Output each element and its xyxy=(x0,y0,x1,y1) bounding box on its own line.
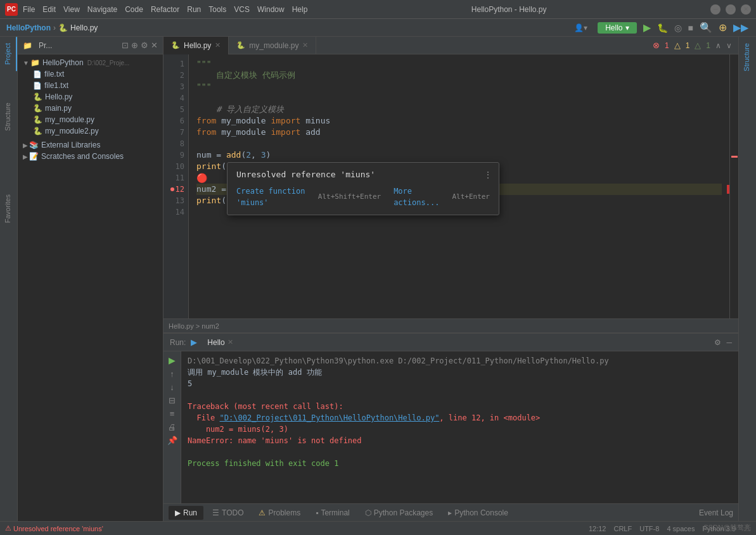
scrollbar-track[interactable] xyxy=(736,54,738,318)
run-tab-hello[interactable]: Hello ✕ xyxy=(202,336,238,349)
run-play-icon[interactable]: ▶ xyxy=(169,355,176,365)
tree-item-extlibs[interactable]: ▶ 📚 External Libraries xyxy=(18,139,163,151)
editor-tab-hellopy[interactable]: 🐍 Hello.py ✕ xyxy=(163,37,229,54)
bottom-tab-bar: ▶ Run ☰ TODO ⚠ Problems ▪ Terminal ⬡ Pyt… xyxy=(163,503,738,521)
create-function-btn[interactable]: Create function 'miuns' xyxy=(236,186,305,208)
breadcrumb-project[interactable]: HelloPython xyxy=(6,23,51,32)
status-encoding[interactable]: UTF-8 xyxy=(639,525,659,532)
tree-item-mainpy[interactable]: 🐍 main.py xyxy=(18,103,163,114)
hide-icon[interactable]: ✕ xyxy=(151,41,158,50)
tree-item-mymodule[interactable]: 🐍 my_module.py xyxy=(18,114,163,125)
menu-run[interactable]: Run xyxy=(187,5,201,14)
expand-icon[interactable]: ∧ xyxy=(715,41,721,50)
editor-tab-mymodule[interactable]: 🐍 my_module.py ✕ xyxy=(229,37,316,54)
coverage-icon[interactable]: ◎ xyxy=(673,22,683,34)
warn-count: 1 xyxy=(686,41,690,50)
file-icon-txt2: 📄 xyxy=(33,82,42,90)
run-left-tools: ▶ ↑ ↓ ⊟ ≡ 🖨 📌 xyxy=(163,351,181,503)
status-indent[interactable]: 4 spaces xyxy=(667,525,695,532)
collapse-icon[interactable]: ∨ xyxy=(726,41,732,50)
right-tab-structure[interactable]: Structure xyxy=(739,37,756,78)
next-icon[interactable]: ▶▶ xyxy=(732,20,750,35)
run-dropdown-icon[interactable]: ▾ xyxy=(625,23,629,32)
run-print-icon[interactable]: 🖨 xyxy=(168,422,176,432)
collapse-all-icon[interactable]: ⊡ xyxy=(122,41,129,50)
run-hide-icon[interactable]: ─ xyxy=(726,338,732,347)
console-icon: ▸ xyxy=(448,508,452,517)
run-output: D:\001_Develop\022_Python\Python39\pytho… xyxy=(181,351,738,503)
more-actions-btn[interactable]: More actions... xyxy=(394,186,439,208)
status-error[interactable]: ⚠ Unresolved reference 'miuns' xyxy=(5,524,103,532)
menu-code[interactable]: Code xyxy=(125,5,143,14)
run-icon[interactable]: ▶ xyxy=(642,20,652,35)
run-up-icon[interactable]: ↑ xyxy=(170,369,174,379)
tree-item-hellopy[interactable]: 🐍 Hello.py xyxy=(18,91,163,103)
run-button[interactable]: Hello ▾ xyxy=(598,22,636,34)
bottom-tab-packages[interactable]: ⬡ Python Packages xyxy=(359,506,439,520)
run-pin-icon[interactable]: 📌 xyxy=(167,436,177,445)
menu-tools[interactable]: Tools xyxy=(208,5,226,14)
bottom-tab-packages-label: Python Packages xyxy=(374,508,433,517)
code-content[interactable]: """ 自定义模块 代码示例 """ # 导入自定义模块 from my_mod… xyxy=(189,54,729,318)
tree-item-scratches[interactable]: ▶ 📝 Scratches and Consoles xyxy=(18,151,163,162)
run-settings-icon[interactable]: ⚙ xyxy=(714,338,721,347)
status-line-ending[interactable]: CRLF xyxy=(613,525,632,532)
menu-file[interactable]: File xyxy=(23,5,35,14)
project-header-actions[interactable]: ⊡ ⊕ ⚙ ✕ xyxy=(122,41,158,50)
menu-view[interactable]: View xyxy=(63,5,80,14)
stop-icon[interactable]: ■ xyxy=(687,22,695,34)
error-count: 1 xyxy=(665,41,669,50)
menu-edit[interactable]: Edit xyxy=(42,5,56,14)
run-down-icon[interactable]: ↓ xyxy=(170,382,174,392)
close-button[interactable]: ✕ xyxy=(741,4,751,15)
file-icon-txt1: 📄 xyxy=(33,70,42,79)
right-indicators xyxy=(729,54,738,318)
create-function-shortcut: Alt+Shift+Enter xyxy=(318,191,381,203)
search-icon[interactable]: 🔍 xyxy=(698,20,714,35)
right-sidebar-tabs: Structure xyxy=(738,37,756,521)
run-button-label: Hello xyxy=(605,23,622,32)
tree-item-root[interactable]: ▼ 📁 HelloPython D:\002_Proje... xyxy=(18,57,163,68)
tab-close-hello[interactable]: ✕ xyxy=(215,41,221,49)
menu-bar[interactable]: File Edit View Navigate Code Refactor Ru… xyxy=(23,5,307,14)
sidebar-tab-favorites[interactable]: Favorites xyxy=(0,188,17,229)
code-line-3: """ xyxy=(196,81,722,92)
run-align-icon[interactable]: ≡ xyxy=(170,409,175,419)
menu-help[interactable]: Help xyxy=(292,5,308,14)
tree-item-mymodule2[interactable]: 🐍 my_module2.py xyxy=(18,125,163,137)
breadcrumb-file[interactable]: Hello.py xyxy=(70,23,98,32)
sidebar-tab-project[interactable]: Project xyxy=(0,37,17,71)
bottom-tab-console[interactable]: ▸ Python Console xyxy=(442,506,515,520)
maximize-button[interactable]: □ xyxy=(726,4,736,15)
run-reload-icon[interactable]: ⊟ xyxy=(169,396,176,405)
minimize-button[interactable]: ─ xyxy=(710,4,721,15)
run-tab-close[interactable]: ✕ xyxy=(227,338,233,346)
code-editor[interactable]: 1 2 3 4 5 6 7 8 9 10 11 12 13 14 xyxy=(163,54,738,318)
menu-vcs[interactable]: VCS xyxy=(234,5,250,14)
tooltip-menu-icon[interactable]: ⋮ xyxy=(484,169,492,180)
bottom-tab-todo[interactable]: ☰ TODO xyxy=(206,506,250,520)
code-line-4 xyxy=(196,92,722,104)
gear-icon[interactable]: ⚙ xyxy=(141,41,148,50)
tree-item-file1txt[interactable]: 📄 file1.txt xyxy=(18,80,163,91)
tree-item-filetxt[interactable]: 📄 file.txt xyxy=(18,68,163,80)
debug-icon[interactable]: 🐛 xyxy=(656,22,669,34)
run-panel-body: ▶ ↑ ↓ ⊟ ≡ 🖨 📌 D:\001_Develop\022_Python\… xyxy=(163,351,738,503)
bottom-tab-terminal[interactable]: ▪ Terminal xyxy=(309,506,356,520)
menu-navigate[interactable]: Navigate xyxy=(87,5,117,14)
update-icon[interactable]: ⊕ xyxy=(717,20,728,35)
sidebar-tab-structure[interactable]: Structure xyxy=(0,96,17,137)
bottom-tab-run[interactable]: ▶ Run xyxy=(169,506,203,520)
menu-window[interactable]: Window xyxy=(257,5,285,14)
file-icon-py-main: 🐍 xyxy=(33,104,42,113)
menu-refactor[interactable]: Refactor xyxy=(151,5,179,14)
window-controls[interactable]: ─ □ ✕ xyxy=(710,4,751,15)
bottom-right: Event Log xyxy=(699,508,733,517)
project-panel-title: Pr... xyxy=(39,41,118,50)
run-line-4 xyxy=(188,389,732,401)
bottom-tab-problems[interactable]: ⚠ Problems xyxy=(252,506,307,520)
event-log-button[interactable]: Event Log xyxy=(699,508,733,517)
tab-close-mymodule[interactable]: ✕ xyxy=(302,41,308,49)
locate-icon[interactable]: ⊕ xyxy=(131,41,138,50)
status-position[interactable]: 12:12 xyxy=(589,525,606,532)
